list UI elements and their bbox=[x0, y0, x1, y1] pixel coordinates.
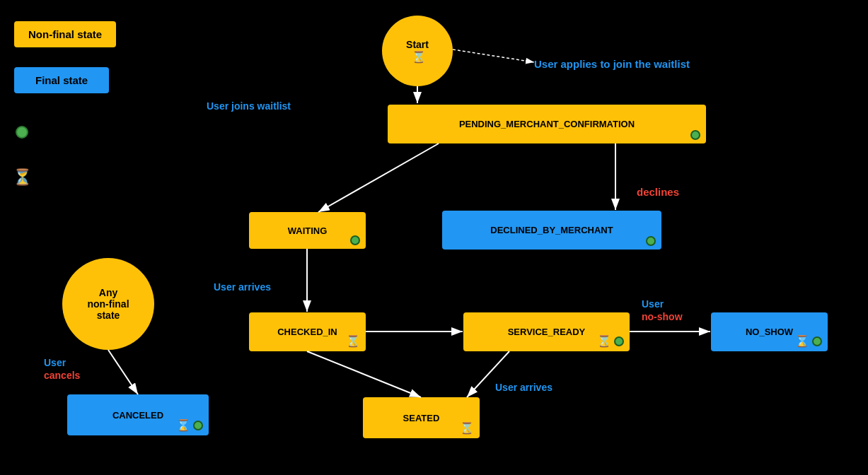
state-any-nonfinal-label: Any non-final state bbox=[87, 287, 129, 321]
label-user-cancels-1: User bbox=[44, 357, 66, 368]
green-dot-icon-service-ready bbox=[614, 336, 624, 346]
green-dot-icon-waiting bbox=[350, 235, 360, 245]
state-waiting-label: WAITING bbox=[288, 225, 328, 236]
legend-hourglass-icon: ⏳ bbox=[13, 168, 32, 187]
hourglass-icon-seated: ⌛ bbox=[460, 421, 474, 435]
state-pending-merchant-confirmation: PENDING_MERCHANT_CONFIRMATION bbox=[388, 105, 706, 143]
svg-line-3 bbox=[318, 143, 439, 212]
green-dot-icon-no-show bbox=[812, 336, 822, 346]
state-service-ready: SERVICE_READY ⌛ bbox=[463, 312, 630, 351]
svg-line-11 bbox=[453, 49, 534, 62]
legend-final-state: Final state bbox=[14, 67, 109, 93]
label-user-arrives-1: User arrives bbox=[214, 281, 271, 293]
legend-nonfinal-state: Non-final state bbox=[14, 21, 116, 47]
label-user-applies: User applies to join the waitlist bbox=[534, 58, 690, 70]
state-declined-label: DECLINED_BY_MERCHANT bbox=[490, 225, 613, 235]
hourglass-icon-service-ready: ⌛ bbox=[597, 334, 611, 348]
green-dot-icon-pending bbox=[690, 130, 700, 140]
state-no-show: NO_SHOW ⌛ bbox=[711, 312, 828, 351]
state-waiting: WAITING bbox=[249, 212, 366, 249]
state-declined-by-merchant: DECLINED_BY_MERCHANT bbox=[442, 211, 661, 250]
hourglass-icon-canceled: ⌛ bbox=[176, 418, 190, 432]
state-any-nonfinal: Any non-final state bbox=[62, 258, 154, 350]
state-pending-label: PENDING_MERCHANT_CONFIRMATION bbox=[459, 119, 635, 129]
state-checked-in-label: CHECKED_IN bbox=[277, 327, 337, 337]
state-checked-in: CHECKED_IN ⌛ bbox=[249, 312, 366, 351]
label-user-cancels-2: cancels bbox=[44, 370, 80, 381]
hourglass-icon-no-show: ⌛ bbox=[795, 334, 809, 348]
label-declines: declines bbox=[637, 186, 679, 198]
svg-line-6 bbox=[307, 351, 421, 397]
state-canceled: CANCELED ⌛ bbox=[67, 394, 209, 435]
svg-line-10 bbox=[108, 350, 138, 394]
hourglass-icon-checked-in: ⌛ bbox=[346, 334, 360, 348]
green-dot-icon-declined bbox=[646, 236, 656, 246]
state-canceled-label: CANCELED bbox=[112, 410, 163, 421]
state-no-show-label: NO_SHOW bbox=[746, 327, 793, 337]
state-seated: SEATED ⌛ bbox=[363, 397, 480, 438]
label-user-noshow-2: no-show bbox=[642, 311, 683, 322]
state-start: Start ⌛ bbox=[382, 16, 453, 86]
label-user-noshow-1: User bbox=[642, 298, 664, 310]
label-user-arrives-2: User arrives bbox=[495, 382, 552, 393]
label-user-joins: User joins waitlist bbox=[207, 100, 291, 112]
hourglass-icon-start: ⌛ bbox=[412, 51, 426, 63]
legend-green-dot-icon bbox=[16, 126, 28, 139]
green-dot-icon-canceled bbox=[193, 421, 203, 430]
state-seated-label: SEATED bbox=[403, 413, 440, 423]
state-start-label: Start bbox=[406, 39, 429, 50]
state-service-ready-label: SERVICE_READY bbox=[508, 327, 586, 337]
